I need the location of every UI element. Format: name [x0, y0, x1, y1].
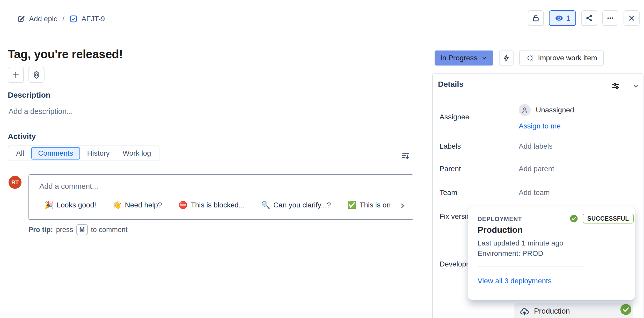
- quick-reply-looks-good[interactable]: 🎉 Looks good!: [45, 201, 96, 209]
- pro-tip: Pro tip: press M to comment: [28, 224, 127, 235]
- lock-button[interactable]: [528, 10, 544, 26]
- details-collapse-button[interactable]: [630, 81, 641, 91]
- task-type-icon: [70, 15, 77, 23]
- description-heading: Description: [8, 91, 50, 99]
- sliders-icon: [611, 82, 620, 90]
- tab-worklog[interactable]: Work log: [117, 147, 157, 160]
- field-label-team: Team: [440, 189, 457, 197]
- watchers-count: 1: [566, 14, 570, 23]
- deployment-environment: Environment: PROD: [478, 249, 543, 258]
- tab-all[interactable]: All: [10, 147, 30, 160]
- comment-input[interactable]: Add a comment...: [39, 182, 98, 191]
- ellipsis-icon: [606, 14, 614, 22]
- apps-button[interactable]: [28, 67, 45, 83]
- assign-to-me-link[interactable]: Assign to me: [519, 122, 561, 130]
- automation-button[interactable]: [499, 50, 514, 66]
- breadcrumb-separator: /: [62, 15, 64, 23]
- share-button[interactable]: [581, 10, 597, 26]
- quick-reply-clarify[interactable]: 🔍 Can you clarify...?: [261, 201, 331, 209]
- activity-heading: Activity: [8, 132, 36, 141]
- person-avatar-icon: [519, 104, 531, 116]
- activity-tabs: All Comments History Work log: [8, 146, 159, 161]
- divider: [478, 266, 584, 266]
- field-label-labels: Labels: [440, 142, 461, 150]
- improve-work-item-label: Improve work item: [538, 54, 597, 62]
- add-team-field[interactable]: Add team: [519, 189, 550, 197]
- comment-box[interactable]: Add a comment... 🎉 Looks good! 👋 Need he…: [28, 174, 413, 220]
- plus-icon: [11, 70, 20, 79]
- header-actions: 1: [528, 10, 640, 26]
- add-labels-field[interactable]: Add labels: [519, 142, 553, 150]
- quick-reply-need-help[interactable]: 👋 Need help?: [113, 201, 162, 209]
- add-parent-field[interactable]: Add parent: [519, 165, 554, 173]
- close-button[interactable]: [624, 10, 640, 26]
- magnifier-emoji: 🔍: [261, 201, 270, 209]
- cloud-upload-icon: [519, 307, 529, 317]
- apps-icon: [32, 70, 41, 79]
- breadcrumb-issue-key[interactable]: AFJT-9: [70, 15, 105, 23]
- quick-replies: 🎉 Looks good! 👋 Need help? ⛔ This is blo…: [45, 201, 390, 209]
- page-title[interactable]: Tag, you're released!: [8, 47, 123, 61]
- pro-tip-prefix: Pro tip:: [28, 226, 53, 234]
- watch-button[interactable]: 1: [549, 10, 576, 26]
- pro-tip-suffix: to comment: [91, 226, 127, 234]
- deployment-popup: DEPLOYMENT SUCCESSFUL Production Last up…: [468, 206, 635, 300]
- status-row: In Progress Improve work item: [435, 50, 604, 66]
- lightning-bolt-icon: [502, 54, 510, 62]
- edit-icon: [17, 15, 25, 23]
- deployment-name: Production: [478, 225, 523, 235]
- quick-replies-more-button[interactable]: [398, 202, 407, 210]
- field-label-assignee: Assignee: [440, 113, 469, 121]
- ai-sparkle-icon: [526, 54, 534, 62]
- view-all-deployments-link[interactable]: View all 3 deployments: [478, 277, 552, 285]
- deployment-chip[interactable]: Production: [514, 303, 633, 318]
- field-label-parent: Parent: [440, 165, 461, 173]
- keyboard-key-m: M: [76, 224, 88, 235]
- deployment-updated: Last updated 1 minute ago: [478, 239, 564, 247]
- deployment-eyebrow: DEPLOYMENT: [478, 216, 522, 223]
- quick-reply-blocked[interactable]: ⛔ This is blocked...: [179, 201, 245, 209]
- breadcrumb-epic-label: Add epic: [29, 15, 57, 23]
- sort-order-button[interactable]: [400, 149, 413, 162]
- wave-emoji: 👋: [113, 201, 122, 209]
- title-actions: [8, 67, 45, 83]
- issue-key-label: AFJT-9: [82, 15, 105, 23]
- assignee-value[interactable]: Unassigned: [519, 104, 574, 116]
- check-mark-emoji: ✅: [347, 201, 356, 209]
- sort-descending-icon: [401, 150, 411, 161]
- unlock-icon: [532, 14, 540, 22]
- breadcrumb: Add epic / AFJT-9: [17, 11, 105, 26]
- tab-comments[interactable]: Comments: [31, 147, 80, 160]
- party-popper-emoji: 🎉: [45, 201, 54, 209]
- details-configure-button[interactable]: [610, 81, 621, 91]
- quick-reply-label: Can you clarify...?: [273, 201, 331, 209]
- quick-reply-label: Need help?: [125, 201, 162, 209]
- issue-view: Add epic / AFJT-9: [0, 0, 644, 318]
- improve-work-item-button[interactable]: Improve work item: [519, 50, 604, 66]
- add-button[interactable]: [8, 67, 24, 83]
- pro-tip-press: press: [56, 226, 73, 234]
- quick-reply-label: Looks good!: [57, 201, 96, 209]
- chevron-right-icon: [398, 202, 407, 210]
- status-dropdown[interactable]: In Progress: [435, 50, 493, 66]
- deployment-chip-label: Production: [534, 307, 570, 315]
- share-icon: [585, 14, 593, 22]
- avatar[interactable]: RT: [9, 176, 21, 189]
- eye-icon: [555, 14, 564, 23]
- breadcrumb-add-epic[interactable]: Add epic: [17, 15, 57, 23]
- quick-reply-label: This is blocked...: [191, 201, 245, 209]
- chevron-down-icon: [481, 55, 488, 61]
- no-entry-emoji: ⛔: [179, 201, 188, 209]
- quick-reply-label: This is on: [360, 201, 390, 209]
- tab-history[interactable]: History: [82, 147, 115, 160]
- assignee-name: Unassigned: [536, 106, 574, 114]
- success-check-icon: [620, 304, 632, 315]
- more-actions-button[interactable]: [602, 10, 618, 26]
- success-check-icon: [570, 214, 578, 223]
- details-heading: Details: [438, 80, 463, 89]
- deployment-status: SUCCESSFUL: [570, 214, 634, 223]
- status-label: In Progress: [440, 54, 477, 62]
- quick-reply-on-track[interactable]: ✅ This is on: [347, 201, 390, 209]
- status-badge: SUCCESSFUL: [583, 214, 634, 223]
- description-placeholder[interactable]: Add a description...: [9, 107, 73, 116]
